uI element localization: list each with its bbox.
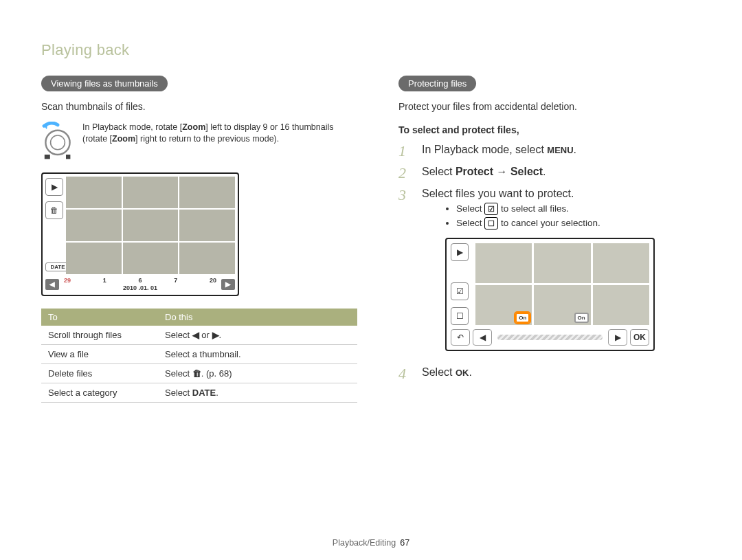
select-all-icon: ☑ [484,203,498,215]
zoom-tip-text: In Playback mode, rotate [Zoom] left to … [82,122,357,145]
intro-right: Protect your files from accidental delet… [398,101,701,112]
trash-icon: 🗑 [192,368,201,379]
cal-date: 2010 .01. 01 [62,284,218,292]
svg-rect-4 [66,155,70,159]
trash-icon: 🗑 [45,201,63,219]
cal-num: 6 [138,277,142,284]
th-do: Do this [158,309,357,326]
ok-glyph: OK [456,368,469,378]
nav-left-icon: ◀ [45,279,59,290]
menu-glyph: MENU [547,145,573,155]
pill-viewing-thumbnails: Viewing files as thumbnails [41,76,168,91]
step-2: Select Protect → Select. [398,166,701,181]
table-row: Scroll through files Select ◀ or ▶. [41,326,357,345]
play-icon: ▶ [45,178,63,196]
ok-icon: OK [630,329,649,346]
on-badge: On [574,313,589,323]
actions-table: To Do this Scroll through files Select ◀… [41,309,357,403]
cal-num: 7 [174,277,177,284]
bullet-cancel: Select ☐ to cancel your selection. [456,217,655,229]
cancel-selection-icon: ☐ [484,217,498,229]
step-1: In Playback mode, select MENU. [398,144,701,159]
back-icon: ↶ [451,329,470,346]
bullet-select-all: Select ☑ to select all files. [456,203,655,215]
zoom-tip: In Playback mode, rotate [Zoom] left to … [41,122,357,160]
step-3: Select files you want to protect. Select… [398,188,701,359]
svg-rect-3 [45,155,50,159]
zoom-dial-icon [41,122,74,160]
table-row: Delete files Select 🗑. (p. 68) [41,363,357,383]
th-to: To [41,309,158,326]
intro-left: Scan thumbnails of files. [41,101,357,112]
nav-left-icon: ◀ [473,329,492,346]
left-column: Viewing files as thumbnails Scan thumbna… [41,76,357,403]
table-row: View a file Select a thumbnail. [41,344,357,363]
cancel-selection-icon: ☐ [451,307,469,325]
right-arrow-icon: ▶ [212,330,219,340]
play-icon: ▶ [451,243,469,261]
left-arrow-icon: ◀ [192,330,199,340]
cal-num: 1 [103,277,106,284]
step-4: Select OK. [398,366,701,381]
pill-protecting-files: Protecting files [398,76,476,91]
thumbnail-screen: ▶ 🗑 DATE ◀ [41,172,239,296]
right-column: Protecting files Protect your files from… [398,76,701,403]
select-all-icon: ☑ [451,282,469,300]
section-title: Playing back [41,41,701,59]
nav-right-icon: ▶ [221,279,235,290]
cal-num: 20 [210,277,216,284]
scroll-track [497,335,603,340]
steps-list: In Playback mode, select MENU. Select Pr… [398,144,701,381]
nav-right-icon: ▶ [608,329,627,346]
table-row: Select a category Select DATE. [41,383,357,402]
subheading-select-protect: To select and protect files, [398,124,701,135]
page-footer: Playback/Editing67 [0,538,742,548]
date-glyph: DATE [192,388,216,398]
cal-sun: 29 [64,277,71,284]
protect-screen: ▶ ☑ ☐ On On [445,238,655,351]
svg-point-2 [51,135,65,150]
on-badge-selected: On [515,313,530,323]
